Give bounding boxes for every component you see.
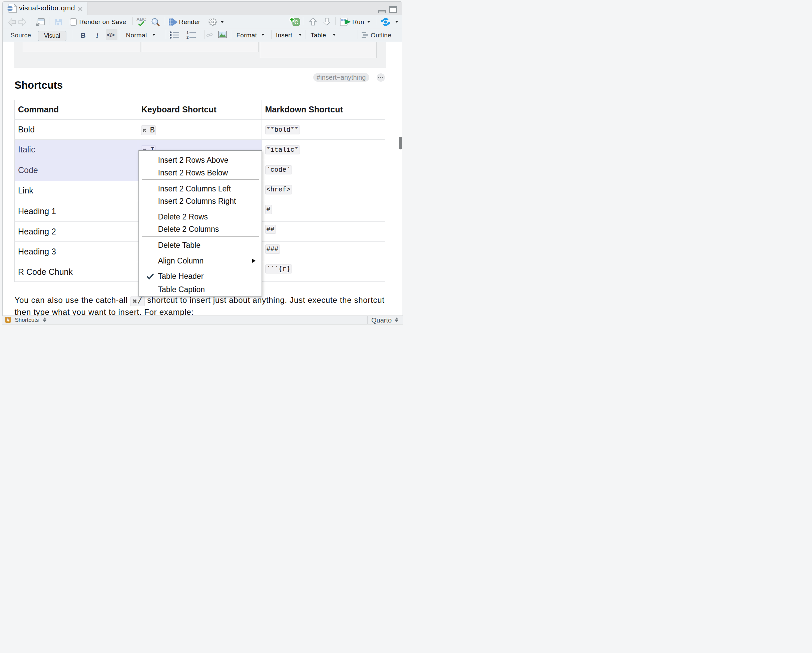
svg-text:C: C [294,20,298,25]
svg-text:1: 1 [186,31,189,35]
svg-text:2: 2 [186,35,188,40]
